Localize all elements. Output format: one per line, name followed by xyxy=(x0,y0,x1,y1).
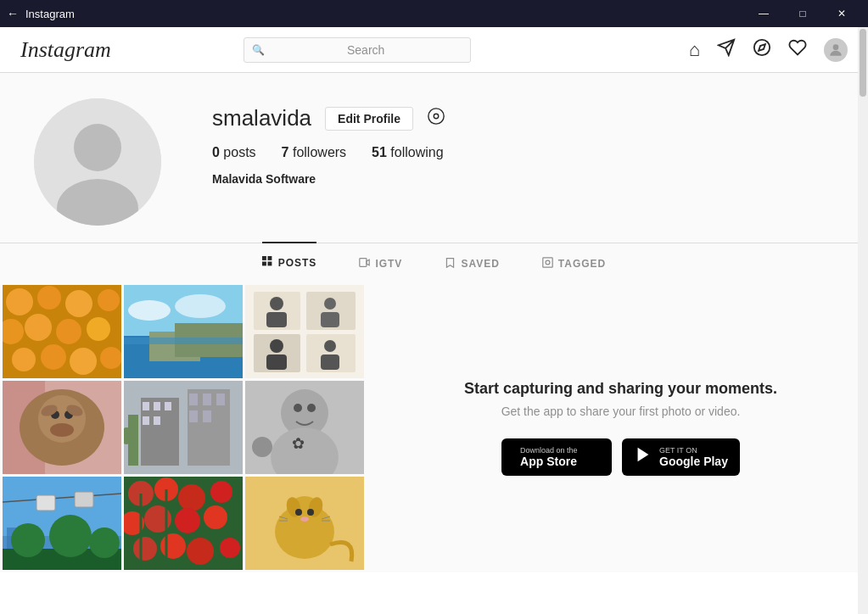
promo-subtitle: Get the app to share your first photo or… xyxy=(501,405,741,418)
search-icon: 🔍 xyxy=(252,44,265,56)
nav-icons: ⌂ xyxy=(689,38,848,62)
saved-tab-icon xyxy=(445,257,456,271)
svg-point-87 xyxy=(49,515,92,557)
profile-section: smalavida Edit Profile 0 posts 7 followe… xyxy=(0,73,868,243)
home-icon[interactable]: ⌂ xyxy=(689,39,700,61)
svg-rect-45 xyxy=(266,354,287,370)
stats-row: 0 posts 7 followers 51 following xyxy=(212,145,834,160)
svg-rect-41 xyxy=(266,312,287,327)
svg-point-24 xyxy=(12,348,36,371)
svg-rect-66 xyxy=(203,394,211,405)
photo-cell-4[interactable] xyxy=(3,381,121,474)
svg-point-7 xyxy=(434,114,439,119)
tab-posts-label: POSTS xyxy=(278,257,317,269)
photo-cell-9[interactable] xyxy=(245,477,364,570)
svg-point-34 xyxy=(175,294,226,318)
svg-point-92 xyxy=(178,484,205,511)
svg-rect-65 xyxy=(189,394,198,405)
back-button[interactable]: ← xyxy=(7,7,19,20)
svg-point-19 xyxy=(98,289,120,311)
user-avatar[interactable] xyxy=(824,38,848,62)
svg-rect-62 xyxy=(165,402,171,410)
tab-saved[interactable]: SAVED xyxy=(445,243,499,282)
svg-rect-61 xyxy=(154,402,160,410)
profile-avatar xyxy=(34,98,161,226)
username: smalavida xyxy=(212,105,311,131)
igtv-tab-icon xyxy=(359,257,370,271)
svg-marker-1 xyxy=(759,44,765,51)
svg-rect-60 xyxy=(143,402,149,410)
googleplay-button[interactable]: GET IT ON Google Play xyxy=(622,438,740,476)
promo-title: Start capturing and sharing your moments… xyxy=(464,380,777,398)
svg-rect-68 xyxy=(189,410,198,422)
followers-stat[interactable]: 7 followers xyxy=(282,145,347,160)
photo-cell-3[interactable] xyxy=(245,285,364,378)
svg-point-22 xyxy=(56,319,81,344)
maximize-button[interactable]: □ xyxy=(783,0,822,27)
tab-igtv-label: IGTV xyxy=(375,258,402,270)
svg-rect-67 xyxy=(216,394,225,405)
scrollbar-thumb[interactable] xyxy=(860,29,866,97)
explore-icon[interactable] xyxy=(753,38,771,62)
minimize-button[interactable]: — xyxy=(744,0,783,27)
svg-point-75 xyxy=(294,404,302,412)
svg-point-14 xyxy=(546,260,550,265)
svg-point-97 xyxy=(204,505,227,529)
svg-point-2 xyxy=(833,44,839,50)
svg-rect-12 xyxy=(360,259,367,267)
svg-point-26 xyxy=(70,348,97,375)
svg-rect-13 xyxy=(543,258,552,267)
settings-icon[interactable] xyxy=(427,107,445,131)
svg-point-76 xyxy=(307,404,316,412)
tab-tagged[interactable]: TAGGED xyxy=(542,243,606,282)
scrollbar[interactable] xyxy=(858,27,868,614)
google-play-icon xyxy=(634,445,652,469)
svg-point-86 xyxy=(11,523,45,557)
svg-marker-116 xyxy=(638,447,649,461)
tab-posts[interactable]: POSTS xyxy=(262,242,317,282)
svg-point-6 xyxy=(428,108,444,123)
following-stat[interactable]: 51 following xyxy=(372,145,444,160)
window-controls: — □ ✕ xyxy=(744,0,861,27)
svg-point-98 xyxy=(133,537,157,561)
svg-text:✿: ✿ xyxy=(292,435,305,452)
close-button[interactable]: ✕ xyxy=(822,0,861,27)
heart-icon[interactable] xyxy=(788,38,807,62)
svg-rect-64 xyxy=(154,416,160,425)
svg-point-44 xyxy=(270,339,283,353)
search-input[interactable] xyxy=(244,37,471,63)
appstore-button[interactable]: Download on the App Store xyxy=(501,438,612,476)
svg-rect-11 xyxy=(267,262,272,266)
avatar-container xyxy=(34,98,161,226)
svg-rect-84 xyxy=(75,492,93,507)
svg-rect-83 xyxy=(36,495,55,511)
bio: Malavida Software xyxy=(212,172,834,186)
svg-point-23 xyxy=(87,317,110,341)
photo-cell-8[interactable] xyxy=(124,477,243,570)
svg-point-101 xyxy=(220,538,240,558)
app-buttons: Download on the App Store GET IT ON Goog… xyxy=(501,438,740,476)
tab-saved-label: SAVED xyxy=(461,258,499,270)
svg-point-93 xyxy=(210,481,232,503)
tab-igtv[interactable]: IGTV xyxy=(359,243,402,282)
tab-tagged-label: TAGGED xyxy=(558,258,606,270)
profile-top-row: smalavida Edit Profile xyxy=(212,105,834,131)
photo-cell-5[interactable] xyxy=(124,381,243,474)
svg-point-77 xyxy=(252,437,272,457)
svg-rect-47 xyxy=(321,354,339,370)
svg-point-16 xyxy=(6,288,33,315)
svg-point-46 xyxy=(324,340,336,352)
photo-cell-7[interactable] xyxy=(3,477,121,570)
svg-point-0 xyxy=(754,39,770,54)
svg-rect-32 xyxy=(124,338,243,344)
photo-cell-1[interactable] xyxy=(3,285,121,378)
send-icon[interactable] xyxy=(717,38,736,62)
svg-point-27 xyxy=(100,347,121,369)
svg-point-110 xyxy=(307,509,314,516)
svg-point-100 xyxy=(187,538,214,565)
svg-point-111 xyxy=(300,516,309,522)
edit-profile-button[interactable]: Edit Profile xyxy=(325,107,413,131)
photo-cell-2[interactable] xyxy=(124,285,243,378)
posts-stat: 0 posts xyxy=(212,145,256,160)
photo-cell-6[interactable]: ✿ xyxy=(245,381,364,474)
